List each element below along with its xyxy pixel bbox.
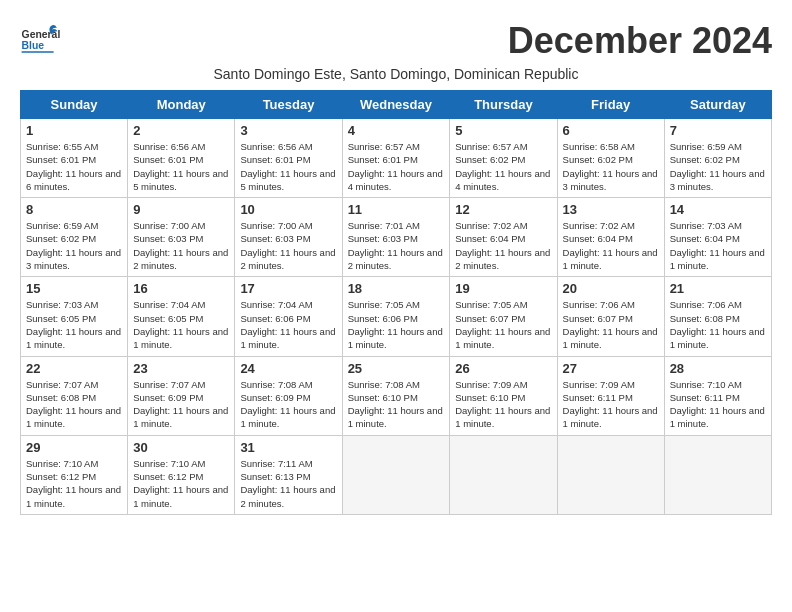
calendar-day-cell: 9Sunrise: 7:00 AM Sunset: 6:03 PM Daylig… <box>128 198 235 277</box>
calendar-day-cell: 4Sunrise: 6:57 AM Sunset: 6:01 PM Daylig… <box>342 119 450 198</box>
day-info: Sunrise: 7:02 AM Sunset: 6:04 PM Dayligh… <box>455 219 551 272</box>
day-info: Sunrise: 7:11 AM Sunset: 6:13 PM Dayligh… <box>240 457 336 510</box>
day-info: Sunrise: 6:59 AM Sunset: 6:02 PM Dayligh… <box>26 219 122 272</box>
calendar-day-cell: 18Sunrise: 7:05 AM Sunset: 6:06 PM Dayli… <box>342 277 450 356</box>
day-number: 12 <box>455 202 551 217</box>
calendar-day-cell: 27Sunrise: 7:09 AM Sunset: 6:11 PM Dayli… <box>557 356 664 435</box>
day-number: 10 <box>240 202 336 217</box>
day-info: Sunrise: 7:06 AM Sunset: 6:08 PM Dayligh… <box>670 298 766 351</box>
calendar-header-thursday: Thursday <box>450 91 557 119</box>
day-info: Sunrise: 6:59 AM Sunset: 6:02 PM Dayligh… <box>670 140 766 193</box>
day-number: 19 <box>455 281 551 296</box>
day-info: Sunrise: 7:01 AM Sunset: 6:03 PM Dayligh… <box>348 219 445 272</box>
calendar-header-sunday: Sunday <box>21 91 128 119</box>
day-info: Sunrise: 6:56 AM Sunset: 6:01 PM Dayligh… <box>133 140 229 193</box>
day-number: 22 <box>26 361 122 376</box>
calendar-day-cell: 14Sunrise: 7:03 AM Sunset: 6:04 PM Dayli… <box>664 198 771 277</box>
day-info: Sunrise: 7:05 AM Sunset: 6:06 PM Dayligh… <box>348 298 445 351</box>
day-info: Sunrise: 7:00 AM Sunset: 6:03 PM Dayligh… <box>133 219 229 272</box>
calendar-header-wednesday: Wednesday <box>342 91 450 119</box>
day-number: 15 <box>26 281 122 296</box>
calendar-day-cell: 13Sunrise: 7:02 AM Sunset: 6:04 PM Dayli… <box>557 198 664 277</box>
calendar-day-cell: 6Sunrise: 6:58 AM Sunset: 6:02 PM Daylig… <box>557 119 664 198</box>
day-info: Sunrise: 7:08 AM Sunset: 6:10 PM Dayligh… <box>348 378 445 431</box>
day-number: 25 <box>348 361 445 376</box>
calendar-day-cell: 26Sunrise: 7:09 AM Sunset: 6:10 PM Dayli… <box>450 356 557 435</box>
calendar-day-cell: 24Sunrise: 7:08 AM Sunset: 6:09 PM Dayli… <box>235 356 342 435</box>
day-number: 29 <box>26 440 122 455</box>
day-info: Sunrise: 7:08 AM Sunset: 6:09 PM Dayligh… <box>240 378 336 431</box>
calendar-week-row: 15Sunrise: 7:03 AM Sunset: 6:05 PM Dayli… <box>21 277 772 356</box>
svg-text:Blue: Blue <box>22 40 45 51</box>
day-number: 4 <box>348 123 445 138</box>
calendar-week-row: 1Sunrise: 6:55 AM Sunset: 6:01 PM Daylig… <box>21 119 772 198</box>
logo: General Blue <box>20 20 60 60</box>
day-info: Sunrise: 7:10 AM Sunset: 6:12 PM Dayligh… <box>133 457 229 510</box>
day-number: 31 <box>240 440 336 455</box>
calendar-header-friday: Friday <box>557 91 664 119</box>
calendar-day-cell <box>450 435 557 514</box>
calendar-day-cell: 25Sunrise: 7:08 AM Sunset: 6:10 PM Dayli… <box>342 356 450 435</box>
calendar-day-cell <box>342 435 450 514</box>
calendar-day-cell: 21Sunrise: 7:06 AM Sunset: 6:08 PM Dayli… <box>664 277 771 356</box>
calendar-day-cell: 28Sunrise: 7:10 AM Sunset: 6:11 PM Dayli… <box>664 356 771 435</box>
day-number: 3 <box>240 123 336 138</box>
calendar-day-cell: 23Sunrise: 7:07 AM Sunset: 6:09 PM Dayli… <box>128 356 235 435</box>
day-number: 28 <box>670 361 766 376</box>
calendar-day-cell: 20Sunrise: 7:06 AM Sunset: 6:07 PM Dayli… <box>557 277 664 356</box>
calendar-day-cell: 22Sunrise: 7:07 AM Sunset: 6:08 PM Dayli… <box>21 356 128 435</box>
day-info: Sunrise: 7:09 AM Sunset: 6:11 PM Dayligh… <box>563 378 659 431</box>
calendar-day-cell: 29Sunrise: 7:10 AM Sunset: 6:12 PM Dayli… <box>21 435 128 514</box>
day-number: 7 <box>670 123 766 138</box>
day-info: Sunrise: 6:56 AM Sunset: 6:01 PM Dayligh… <box>240 140 336 193</box>
day-info: Sunrise: 7:02 AM Sunset: 6:04 PM Dayligh… <box>563 219 659 272</box>
calendar-header-saturday: Saturday <box>664 91 771 119</box>
calendar-day-cell: 16Sunrise: 7:04 AM Sunset: 6:05 PM Dayli… <box>128 277 235 356</box>
calendar-week-row: 22Sunrise: 7:07 AM Sunset: 6:08 PM Dayli… <box>21 356 772 435</box>
day-number: 16 <box>133 281 229 296</box>
calendar-day-cell: 31Sunrise: 7:11 AM Sunset: 6:13 PM Dayli… <box>235 435 342 514</box>
day-number: 11 <box>348 202 445 217</box>
calendar-day-cell: 30Sunrise: 7:10 AM Sunset: 6:12 PM Dayli… <box>128 435 235 514</box>
day-number: 18 <box>348 281 445 296</box>
day-number: 14 <box>670 202 766 217</box>
calendar-day-cell: 17Sunrise: 7:04 AM Sunset: 6:06 PM Dayli… <box>235 277 342 356</box>
calendar-header-row: SundayMondayTuesdayWednesdayThursdayFrid… <box>21 91 772 119</box>
calendar-header-tuesday: Tuesday <box>235 91 342 119</box>
day-info: Sunrise: 7:10 AM Sunset: 6:11 PM Dayligh… <box>670 378 766 431</box>
day-info: Sunrise: 7:00 AM Sunset: 6:03 PM Dayligh… <box>240 219 336 272</box>
calendar-day-cell: 2Sunrise: 6:56 AM Sunset: 6:01 PM Daylig… <box>128 119 235 198</box>
day-number: 6 <box>563 123 659 138</box>
calendar-day-cell: 19Sunrise: 7:05 AM Sunset: 6:07 PM Dayli… <box>450 277 557 356</box>
day-number: 9 <box>133 202 229 217</box>
day-info: Sunrise: 7:05 AM Sunset: 6:07 PM Dayligh… <box>455 298 551 351</box>
day-info: Sunrise: 7:03 AM Sunset: 6:05 PM Dayligh… <box>26 298 122 351</box>
calendar-week-row: 29Sunrise: 7:10 AM Sunset: 6:12 PM Dayli… <box>21 435 772 514</box>
calendar-day-cell: 7Sunrise: 6:59 AM Sunset: 6:02 PM Daylig… <box>664 119 771 198</box>
day-number: 21 <box>670 281 766 296</box>
calendar-day-cell: 11Sunrise: 7:01 AM Sunset: 6:03 PM Dayli… <box>342 198 450 277</box>
day-number: 13 <box>563 202 659 217</box>
day-info: Sunrise: 6:55 AM Sunset: 6:01 PM Dayligh… <box>26 140 122 193</box>
day-info: Sunrise: 7:03 AM Sunset: 6:04 PM Dayligh… <box>670 219 766 272</box>
day-number: 20 <box>563 281 659 296</box>
day-number: 30 <box>133 440 229 455</box>
calendar-header-monday: Monday <box>128 91 235 119</box>
day-info: Sunrise: 7:07 AM Sunset: 6:09 PM Dayligh… <box>133 378 229 431</box>
day-info: Sunrise: 7:06 AM Sunset: 6:07 PM Dayligh… <box>563 298 659 351</box>
month-title: December 2024 <box>508 20 772 62</box>
day-number: 2 <box>133 123 229 138</box>
calendar-day-cell: 15Sunrise: 7:03 AM Sunset: 6:05 PM Dayli… <box>21 277 128 356</box>
calendar-day-cell <box>557 435 664 514</box>
day-info: Sunrise: 7:07 AM Sunset: 6:08 PM Dayligh… <box>26 378 122 431</box>
day-number: 24 <box>240 361 336 376</box>
day-info: Sunrise: 6:57 AM Sunset: 6:02 PM Dayligh… <box>455 140 551 193</box>
day-number: 8 <box>26 202 122 217</box>
calendar-day-cell: 10Sunrise: 7:00 AM Sunset: 6:03 PM Dayli… <box>235 198 342 277</box>
day-number: 23 <box>133 361 229 376</box>
calendar-day-cell <box>664 435 771 514</box>
logo-icon: General Blue <box>20 20 60 60</box>
day-number: 1 <box>26 123 122 138</box>
calendar-day-cell: 1Sunrise: 6:55 AM Sunset: 6:01 PM Daylig… <box>21 119 128 198</box>
day-info: Sunrise: 7:09 AM Sunset: 6:10 PM Dayligh… <box>455 378 551 431</box>
